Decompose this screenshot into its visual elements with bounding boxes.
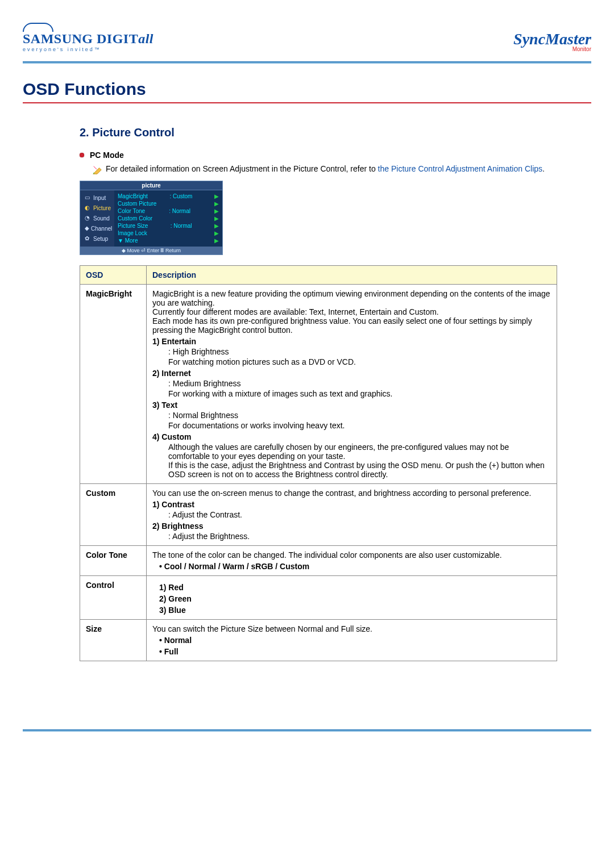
osd-name: Custom (80, 484, 147, 546)
page-title: OSD Functions (23, 80, 591, 99)
brand-right-main: SyncMaster (513, 30, 591, 48)
bullet-icon (80, 153, 84, 157)
osd-description-table: OSD Description MagicBright MagicBright … (80, 265, 557, 661)
page-header: SAMSUNG DIGITall everyone's invited™ Syn… (23, 23, 591, 52)
osd-desc: You can switch the Picture Size between … (147, 620, 557, 661)
osd-side-picture: ◐Picture (80, 203, 114, 213)
osd-menu-footer: ◆ Move ⏎ Enter Ⅲ Return (80, 247, 222, 254)
section-title: 2. Picture Control (80, 126, 557, 139)
osd-name: Size (80, 620, 147, 661)
intro-row: For detailed information on Screen Adjus… (80, 164, 557, 177)
table-row: Size You can switch the Picture Size bet… (80, 620, 557, 661)
brand-syncmaster: SyncMaster Monitor (513, 30, 591, 52)
brand-left-b: all (138, 31, 154, 46)
osd-desc: 1) Red 2) Green 3) Blue (147, 576, 557, 620)
osd-name: MagicBright (80, 285, 147, 484)
col-desc: Description (147, 266, 557, 285)
svg-line-0 (94, 166, 97, 169)
pen-icon (92, 165, 102, 177)
intro-plain: For detailed information on Screen Adjus… (106, 164, 378, 173)
brand-left-a: SAMSUNG DIGIT (23, 31, 138, 46)
brand-left-tagline: everyone's invited™ (23, 47, 154, 52)
osd-desc: You can use the on-screen menus to chang… (147, 484, 557, 546)
osd-name: Control (80, 576, 147, 620)
pc-mode-label: PC Mode (90, 151, 124, 160)
table-row: Color Tone The tone of the color can be … (80, 546, 557, 576)
osd-side-nav: ▭Input ◐Picture ◔Sound ◆Channel ✿Setup (80, 190, 114, 247)
osd-side-sound: ◔Sound (80, 213, 114, 223)
bottom-divider (23, 729, 591, 732)
osd-side-channel: ◆Channel (80, 223, 114, 233)
osd-menu-figure: picture ▭Input ◐Picture ◔Sound ◆Channel … (80, 181, 223, 255)
top-divider (23, 61, 591, 64)
table-row: MagicBright MagicBright is a new feature… (80, 285, 557, 484)
col-osd: OSD (80, 266, 147, 285)
table-row: Control 1) Red 2) Green 3) Blue (80, 576, 557, 620)
pc-mode-heading: PC Mode (80, 151, 557, 160)
osd-desc: The tone of the color can be changed. Th… (147, 546, 557, 576)
intro-text: For detailed information on Screen Adjus… (106, 164, 545, 173)
brand-samsung: SAMSUNG DIGITall everyone's invited™ (23, 23, 154, 52)
osd-main-list: MagicBright: Custom▶ Custom Picture▶ Col… (114, 190, 222, 247)
table-row: Custom You can use the on-screen menus t… (80, 484, 557, 546)
osd-desc: MagicBright is a new feature providing t… (147, 285, 557, 484)
osd-name: Color Tone (80, 546, 147, 576)
intro-link[interactable]: the Picture Control Adjustment Animation… (378, 164, 542, 173)
osd-side-setup: ✿Setup (80, 233, 114, 244)
title-bar: OSD Functions (23, 80, 591, 103)
osd-menu-title: picture (80, 181, 222, 190)
intro-period: . (542, 164, 545, 173)
brand-arc-icon (23, 23, 53, 32)
osd-side-input: ▭Input (80, 193, 114, 203)
